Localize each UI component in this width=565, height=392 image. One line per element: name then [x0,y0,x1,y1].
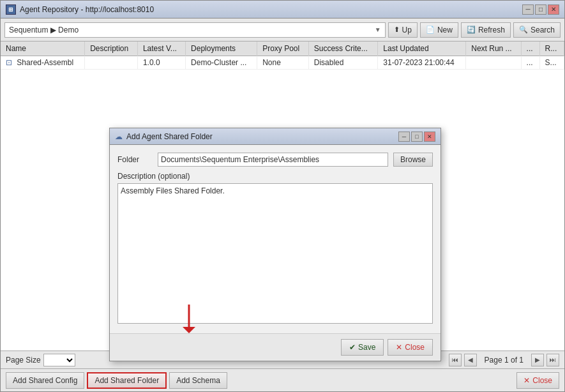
add-shared-config-button[interactable]: Add Shared Config [6,372,84,389]
new-button[interactable]: 📄 New [420,22,458,38]
col-next-run[interactable]: Next Run ... [466,41,521,56]
up-button[interactable]: ⬆ Up [388,22,418,38]
next-page-button[interactable]: ▶ [531,354,544,366]
modal-close-button[interactable]: ✕ [424,132,435,142]
description-textarea[interactable] [117,183,433,324]
x-icon: ✕ [396,343,402,352]
col-ellipsis[interactable]: ... [521,41,539,56]
pagination: ⏮ ◀ Page 1 of 1 ▶ ⏭ [449,354,559,366]
col-proxy-pool[interactable]: Proxy Pool [257,41,309,56]
row-icon: ⊡ [6,58,12,67]
page-size-label: Page Size [6,356,41,365]
prev-page-button[interactable]: ◀ [464,354,477,366]
refresh-button[interactable]: 🔄 Refresh [461,22,511,38]
table-body: ⊡ Shared-Assembl 1.0.0 Demo-Cluster ... … [1,56,564,70]
cell-next-run [466,56,521,70]
col-name[interactable]: Name [1,41,85,56]
agent-table: Name Description Latest V... Deployments… [1,41,564,70]
cell-proxy-pool: None [257,56,309,70]
cell-latest-v: 1.0.0 [137,56,185,70]
new-icon: 📄 [426,26,435,34]
app-icon: ⊞ [6,4,16,15]
folder-row: Folder Browse [117,153,433,167]
cell-ellipsis: ... [521,56,539,70]
cell-deployments: Demo-Cluster ... [186,56,257,70]
col-latest-version[interactable]: Latest V... [137,41,185,56]
close-icon: ✕ [524,376,530,385]
page-size-area: Page Size [6,354,75,366]
bottom-left-buttons: Add Shared Config Add Shared Folder Add … [6,372,227,389]
cloud-icon: ☁ [115,132,123,141]
up-icon: ⬆ [394,26,400,34]
table-row[interactable]: ⊡ Shared-Assembl 1.0.0 Demo-Cluster ... … [1,56,564,70]
close-button[interactable]: ✕ Close [516,372,559,389]
folder-label: Folder [117,155,153,164]
last-page-button[interactable]: ⏭ [546,354,559,366]
page-size-select[interactable] [43,354,75,366]
modal-maximize-button[interactable]: □ [411,132,423,142]
window-controls: ─ □ ✕ [522,4,559,15]
search-icon: 🔍 [519,26,528,34]
cell-last-updated: 31-07-2023 21:00:44 [378,56,466,70]
col-success-criteria[interactable]: Success Crite... [308,41,378,56]
bottom-bar: Add Shared Config Add Shared Folder Add … [1,368,564,391]
main-window: ⊞ Agent Repository - http://localhost:80… [0,0,565,392]
path-combo[interactable]: Sequentum ▶ Demo ▼ [4,22,386,38]
checkmark-icon: ✔ [349,343,356,352]
modal-footer: ✔ Save ✕ Close [110,333,441,361]
col-r[interactable]: R... [539,41,564,56]
path-text: Sequentum ▶ Demo [9,26,79,34]
save-button[interactable]: ✔ Save [341,339,384,356]
maximize-button[interactable]: □ [535,4,546,15]
minimize-button[interactable]: ─ [522,4,534,15]
page-info: Page 1 of 1 [479,356,529,365]
modal-title-left: ☁ Add Agent Shared Folder [115,132,213,141]
cell-description [85,56,138,70]
main-content: Name Description Latest V... Deployments… [1,41,564,391]
add-agent-shared-folder-dialog: ☁ Add Agent Shared Folder ─ □ ✕ Folder B… [109,128,441,361]
cell-name: ⊡ Shared-Assembl [1,56,85,70]
cell-success-criteria: Disabled [308,56,378,70]
description-label: Description (optional) [117,172,433,181]
col-deployments[interactable]: Deployments [186,41,257,56]
modal-controls: ─ □ ✕ [398,132,435,142]
folder-input[interactable] [158,153,388,167]
modal-body: Folder Browse Description (optional) [110,145,441,333]
window-title: Agent Repository - http://localhost:8010 [20,5,154,14]
modal-title: Add Agent Shared Folder [126,132,213,141]
refresh-icon: 🔄 [467,26,476,34]
col-last-updated[interactable]: Last Updated [378,41,466,56]
modal-close-action-button[interactable]: ✕ Close [388,339,433,356]
first-page-button[interactable]: ⏮ [449,354,462,366]
close-window-button[interactable]: ✕ [548,4,559,15]
col-description[interactable]: Description [85,41,138,56]
dropdown-arrow-icon: ▼ [375,26,381,33]
title-bar-left: ⊞ Agent Repository - http://localhost:80… [6,4,154,15]
search-button[interactable]: 🔍 Search [513,22,561,38]
toolbar: Sequentum ▶ Demo ▼ ⬆ Up 📄 New 🔄 Refresh … [1,19,564,41]
add-schema-button[interactable]: Add Schema [169,372,227,389]
table-header-row: Name Description Latest V... Deployments… [1,41,564,56]
modal-title-bar: ☁ Add Agent Shared Folder ─ □ ✕ [110,128,441,145]
add-shared-folder-button[interactable]: Add Shared Folder [87,372,167,389]
cell-r: S... [539,56,564,70]
modal-minimize-button[interactable]: ─ [398,132,410,142]
title-bar: ⊞ Agent Repository - http://localhost:80… [1,1,564,19]
browse-button[interactable]: Browse [393,153,433,167]
